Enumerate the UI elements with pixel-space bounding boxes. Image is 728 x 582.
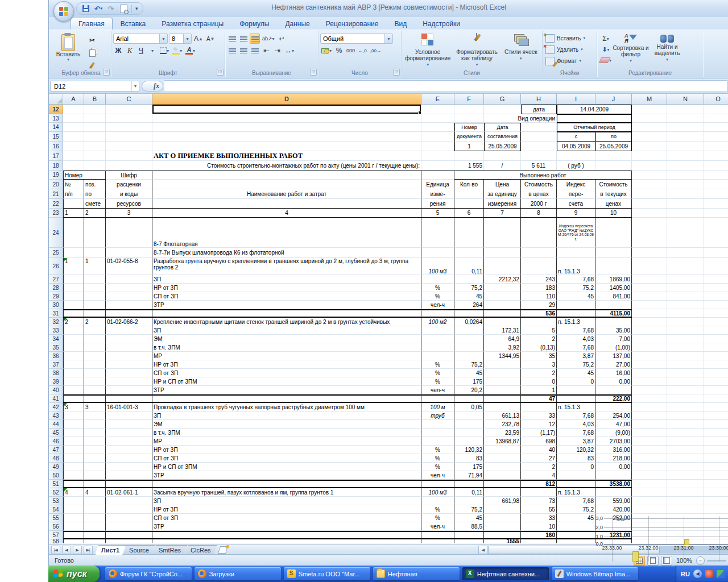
cell-C47[interactable] [106, 446, 152, 454]
cell-M34[interactable] [632, 335, 667, 343]
cell-F17[interactable] [454, 151, 484, 161]
row-header-48[interactable]: 48 [49, 454, 63, 463]
column-header-B[interactable]: B [84, 94, 106, 105]
row-header-53[interactable]: 53 [49, 497, 63, 505]
row-header-33[interactable]: 33 [49, 326, 63, 335]
cell-C42[interactable]: 16-01-001-3 [106, 403, 152, 411]
column-header-N[interactable]: N [667, 94, 704, 105]
cell-I23[interactable]: 9 [557, 209, 595, 218]
cell-G17[interactable] [484, 151, 521, 161]
cell-F50[interactable]: 71,94 [454, 471, 484, 480]
tab-Рецензирование[interactable]: Рецензирование [318, 18, 387, 30]
cell-M30[interactable] [632, 301, 667, 309]
row-header-25[interactable]: 25 [49, 248, 63, 258]
cell-G40[interactable] [484, 386, 521, 394]
cell-A34[interactable] [63, 335, 84, 343]
cell-J53[interactable]: 559,00 [595, 497, 632, 505]
cell-I43[interactable]: 7,68 [557, 411, 595, 420]
cell-H15[interactable] [521, 132, 557, 142]
row-header-36[interactable]: 36 [49, 352, 63, 360]
cell-J23[interactable]: 10 [595, 209, 632, 218]
cell-D42[interactable]: Прокладка в траншеях труб чугунных напор… [152, 403, 421, 411]
task-button-2[interactable]: Загрузки [195, 567, 281, 580]
cell-G36[interactable]: 1344,95 [484, 352, 521, 360]
cell-N38[interactable] [667, 369, 704, 377]
cell-O33[interactable] [704, 326, 728, 335]
cell-H14[interactable] [521, 123, 557, 132]
cell-A26[interactable]: 1 [63, 258, 84, 275]
cell-N32[interactable] [667, 318, 704, 326]
cell-C19[interactable]: Шифр [106, 171, 152, 180]
next-sheet-button[interactable]: ▶ [73, 546, 82, 554]
cell-B57[interactable] [84, 531, 106, 539]
row-header-39[interactable]: 39 [49, 377, 63, 386]
decrease-decimal-button[interactable]: ,00→ [369, 45, 382, 56]
cell-G57[interactable] [484, 531, 521, 539]
font-size-combo[interactable]: 8▾ [169, 34, 192, 44]
cell-F55[interactable]: 45 [454, 514, 484, 522]
cell-N22[interactable] [667, 199, 704, 209]
task-button-4[interactable]: Нефтяная [373, 567, 460, 580]
cell-M12[interactable] [632, 105, 667, 114]
accounting-format-button[interactable]: ▾ [320, 45, 333, 56]
first-sheet-button[interactable]: |◀ [51, 546, 60, 554]
cell-C48[interactable] [106, 454, 152, 463]
cell-C27[interactable] [106, 275, 152, 284]
cell-G51[interactable] [484, 480, 521, 488]
task-button-3[interactable]: Smeta.ru ООО "Маг... [284, 567, 370, 580]
cell-D53[interactable]: ЗП [152, 497, 421, 505]
column-header-D[interactable]: D [152, 94, 421, 105]
cell-N52[interactable] [667, 488, 704, 497]
cell-N14[interactable] [667, 123, 704, 132]
cell-I31[interactable] [557, 309, 595, 318]
row-header-31[interactable]: 31 [49, 309, 63, 318]
shrink-font-button[interactable]: А▼ [205, 34, 216, 44]
cell-H21[interactable]: в ценах [521, 189, 557, 199]
cell-J25[interactable] [595, 248, 632, 258]
cell-E22[interactable]: рения [421, 199, 454, 209]
cell-I56[interactable] [557, 522, 595, 531]
cell-O26[interactable] [704, 258, 728, 275]
row-header-45[interactable]: 45 [49, 429, 63, 437]
cell-M20[interactable] [632, 180, 667, 189]
cell-B41[interactable] [84, 394, 106, 403]
cell-J46[interactable]: 2703,00 [595, 437, 632, 446]
row-header-15[interactable]: 15 [49, 132, 63, 142]
cell-O56[interactable] [704, 522, 728, 531]
cell-O38[interactable] [704, 369, 728, 377]
zoom-slider[interactable] [707, 560, 726, 562]
cell-C31[interactable] [106, 309, 152, 318]
cell-N25[interactable] [667, 248, 704, 258]
cell-I21[interactable]: пере- [557, 189, 595, 199]
cell-A30[interactable] [63, 301, 84, 309]
row-header-22[interactable]: 22 [49, 199, 63, 209]
cell-E47[interactable]: % [421, 446, 454, 454]
row-header-49[interactable]: 49 [49, 463, 63, 471]
cell-D34[interactable]: ЭМ [152, 335, 421, 343]
delete-cells-button[interactable]: Удалить▾ [544, 44, 595, 55]
cell-E20[interactable]: Единица [421, 180, 454, 189]
row-header-14[interactable]: 14 [49, 123, 63, 132]
cell-A54[interactable] [63, 505, 84, 514]
cell-H40[interactable]: 1 [521, 386, 557, 394]
row-header-34[interactable]: 34 [49, 335, 63, 343]
align-left-button[interactable] [227, 45, 237, 56]
cell-A14[interactable] [63, 123, 84, 132]
cell-D40[interactable]: ЗТР [152, 386, 421, 394]
cell-D51[interactable] [152, 480, 421, 488]
cell-A56[interactable] [63, 522, 84, 531]
cell-H34[interactable]: 2 [521, 335, 557, 343]
cell-G28[interactable] [484, 284, 521, 292]
sheet-tab-ClcRes[interactable]: ClcRes [184, 545, 217, 555]
cell-B32[interactable]: 2 [84, 318, 106, 326]
cell-N58[interactable] [667, 539, 704, 543]
cell-I14[interactable]: Отчетный период [557, 123, 632, 132]
cell-B12[interactable] [84, 105, 106, 114]
horizontal-scroll-thumb[interactable] [488, 546, 660, 554]
cell-E24[interactable] [421, 218, 454, 248]
cell-I13[interactable] [557, 114, 632, 123]
orientation-button[interactable]: ab↗▾ [261, 34, 276, 44]
cell-A44[interactable] [63, 420, 84, 429]
cell-E25[interactable] [421, 248, 454, 258]
row-header-23[interactable]: 23 [49, 209, 63, 218]
